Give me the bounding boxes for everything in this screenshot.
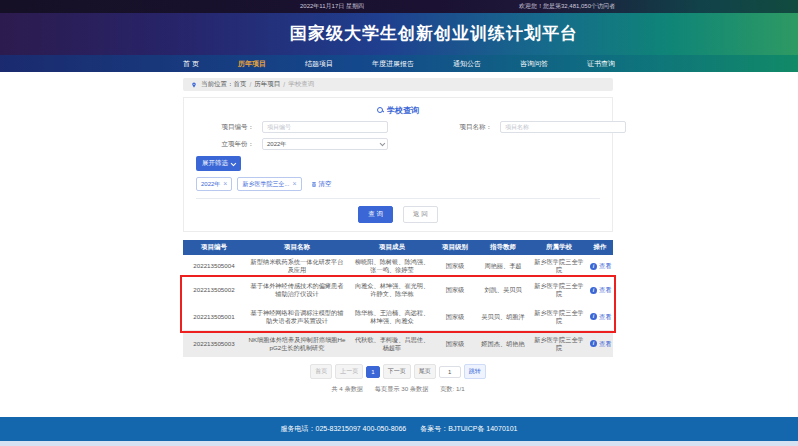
breadcrumb-label: 当前位置： <box>201 80 234 89</box>
col-teachers: 指导教师 <box>475 240 531 255</box>
info-icon: i <box>590 263 597 270</box>
school-query-panel: 学校查询 项目编号： 项目名称： 立项年份： 2022年 展开筛选 <box>183 97 613 232</box>
info-icon: i <box>590 313 597 320</box>
close-icon[interactable]: × <box>292 181 296 187</box>
col-level: 项目级别 <box>435 240 475 255</box>
filter-tag-year[interactable]: 2022年 × <box>196 177 232 191</box>
cell-project-name: 基于神经网络和音调标注模型的辅助失语者发声装置设计 <box>245 303 349 330</box>
project-no-label: 项目编号： <box>196 123 254 132</box>
project-name-input[interactable] <box>500 121 626 133</box>
page-jump-input[interactable] <box>439 366 461 378</box>
nav-item-past-projects[interactable]: 历年项目 <box>238 59 266 69</box>
nav-item-notices[interactable]: 通知公告 <box>453 59 481 69</box>
cell-school: 新乡医学院三全学院 <box>531 255 587 277</box>
filter-tag-school[interactable]: 新乡医学院三全... × <box>237 177 301 191</box>
cell-level: 国家级 <box>435 330 475 357</box>
nav-item-certificate[interactable]: 证书查询 <box>587 59 615 69</box>
cell-teachers: 吴贝贝、胡胞洋 <box>475 303 531 330</box>
cell-members: 代秋歌、李柯璇、吕思佳、杨超菲 <box>349 330 435 357</box>
site-banner: 国家级大学生创新创业训练计划平台 <box>0 13 798 55</box>
pagination-summary: 共 4 条数据 每页显示 30 条数据 页数: 1/1 <box>183 385 613 394</box>
view-button[interactable]: i 查看 <box>590 286 611 294</box>
service-phone: 服务电话：025-83215097 400-050-8066 <box>281 424 407 434</box>
cell-project-id: 202213505002 <box>183 277 245 303</box>
nav-item-qa[interactable]: 咨询问答 <box>520 59 548 69</box>
project-no-input[interactable] <box>262 121 388 133</box>
table-row: 202213505001 基于神经网络和音调标注模型的辅助失语者发声装置设计 陈… <box>183 303 613 330</box>
cell-project-name: 新型纳米载药系统一体化研发平台及应用 <box>245 255 349 277</box>
footer: 服务电话：025-83215097 400-050-8066 备案号：BJTUI… <box>0 417 798 441</box>
cell-school: 新乡医学院三全学院 <box>531 303 587 330</box>
visitor-counter: 欢迎您！您是第32,481,050个访问者 <box>519 0 615 13</box>
view-button[interactable]: i 查看 <box>590 262 611 270</box>
location-pin-icon <box>191 81 197 89</box>
year-label: 立项年份： <box>196 140 254 149</box>
page-prev-button[interactable]: 上一页 <box>335 364 363 379</box>
page-last-button[interactable]: 尾页 <box>414 364 436 379</box>
page-jump-button[interactable]: 跳转 <box>464 364 486 379</box>
topbar: 2022年11月17日 星期四 欢迎您！您是第32,481,050个访问者 <box>0 0 798 13</box>
col-members: 项目成员 <box>349 240 435 255</box>
page-1-button[interactable]: 1 <box>366 366 379 378</box>
bottom-strip <box>0 441 798 446</box>
nav-item-home[interactable]: 首 页 <box>183 59 199 69</box>
cell-project-name: NK细胞体外培养及抑制肝癌细胞HepG2生长的机制研究 <box>245 330 349 357</box>
cell-teachers: 刘凯、吴贝贝 <box>475 277 531 303</box>
cell-school: 新乡医学院三全学院 <box>531 330 587 357</box>
current-date: 2022年11月17日 星期四 <box>300 0 364 13</box>
cell-teachers: 姬国杰、胡艳艳 <box>475 330 531 357</box>
table-row: 202213505002 基于体外神经传感技术的偏瘫患者辅助治疗仪设计 向雅众、… <box>183 277 613 303</box>
info-icon: i <box>590 340 597 347</box>
expand-filter-button[interactable]: 展开筛选 <box>196 156 241 171</box>
cell-school: 新乡医学院三全学院 <box>531 277 587 303</box>
cell-level: 国家级 <box>435 277 475 303</box>
view-button[interactable]: i 查看 <box>590 313 611 321</box>
search-icon <box>377 107 384 114</box>
cell-level: 国家级 <box>435 255 475 277</box>
cell-teachers: 周艳丽、李超 <box>475 255 531 277</box>
year-select[interactable]: 2022年 <box>262 138 388 150</box>
close-icon[interactable]: × <box>223 181 227 187</box>
breadcrumb: 当前位置： 首页 / 历年项目 / 学校查询 <box>183 78 613 91</box>
breadcrumb-home[interactable]: 首页 <box>234 80 247 89</box>
filter-tags: 2022年 × 新乡医学院三全... × 清空 <box>196 177 600 191</box>
table-row: 202213505003 NK细胞体外培养及抑制肝癌细胞HepG2生长的机制研究… <box>183 330 613 357</box>
per-page: 每页显示 30 条数据 <box>375 385 429 392</box>
main-nav: 首 页 历年项目 结题项目 年度进展报告 通知公告 咨询问答 证书查询 <box>0 55 798 72</box>
nav-item-completed-projects[interactable]: 结题项目 <box>305 59 333 69</box>
col-action: 操作 <box>587 240 613 255</box>
table-header-row: 项目编号 项目名称 项目成员 项目级别 指导教师 所属学校 操作 <box>183 240 613 255</box>
site-title: 国家级大学生创新创业训练计划平台 <box>290 13 578 55</box>
table-row: 202213505004 新型纳米载药系统一体化研发平台及应用 柳晓阳、陈树银、… <box>183 255 613 277</box>
cell-project-name: 基于体外神经传感技术的偏瘫患者辅助治疗仪设计 <box>245 277 349 303</box>
cell-members: 柳晓阳、陈树银、陈鸿强、张一鸣、徐婷莹 <box>349 255 435 277</box>
cell-members: 向雅众、林坤强、崔光明、许静文、陈华栋 <box>349 277 435 303</box>
nav-item-annual-report[interactable]: 年度进展报告 <box>372 59 414 69</box>
results-table-body: 202213505004 新型纳米载药系统一体化研发平台及应用 柳晓阳、陈树银、… <box>183 255 613 357</box>
trash-icon <box>311 181 317 188</box>
pagination: 首页 上一页 1 下一页 尾页 跳转 <box>183 364 613 379</box>
cell-project-id: 202213505004 <box>183 255 245 277</box>
back-button[interactable]: 返 回 <box>403 206 438 223</box>
results-table: 项目编号 项目名称 项目成员 项目级别 指导教师 所属学校 操作 2022135… <box>183 240 613 357</box>
total-count: 共 4 条数据 <box>331 385 363 392</box>
info-icon: i <box>590 287 597 294</box>
clear-filters-button[interactable]: 清空 <box>311 180 332 189</box>
query-button[interactable]: 查 询 <box>358 206 393 223</box>
cell-members: 陈华栋、王治楠、高远程、林坤强、向雅众 <box>349 303 435 330</box>
col-project-name: 项目名称 <box>245 240 349 255</box>
cell-project-id: 202213505003 <box>183 330 245 357</box>
page-count: 页数: 1/1 <box>440 385 464 392</box>
page-first-button[interactable]: 首页 <box>310 364 332 379</box>
project-name-label: 项目名称： <box>434 123 492 132</box>
page-next-button[interactable]: 下一页 <box>383 364 411 379</box>
breadcrumb-school-query: 学校查询 <box>288 80 314 89</box>
icp-number: 备案号：BJTUICP备 14070101 <box>420 424 517 434</box>
col-school: 所属学校 <box>531 240 587 255</box>
cell-level: 国家级 <box>435 303 475 330</box>
view-button[interactable]: i 查看 <box>590 340 611 348</box>
breadcrumb-past-projects[interactable]: 历年项目 <box>254 80 280 89</box>
chevron-down-icon <box>231 160 236 165</box>
col-project-id: 项目编号 <box>183 240 245 255</box>
chevron-down-icon <box>379 141 384 146</box>
